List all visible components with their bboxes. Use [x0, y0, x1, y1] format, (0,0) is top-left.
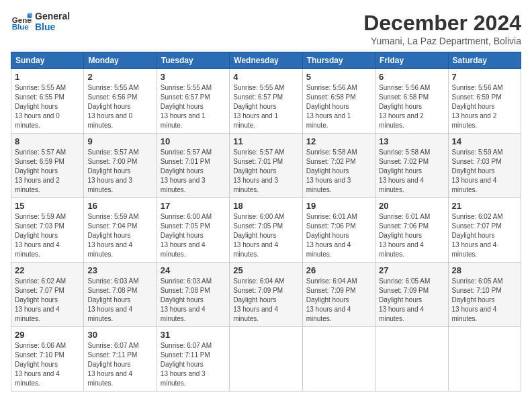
day-info: Sunrise: 5:58 AM Sunset: 7:02 PM Dayligh… — [306, 148, 371, 195]
calendar-cell: 27 Sunrise: 6:05 AM Sunset: 7:09 PM Dayl… — [375, 263, 448, 327]
calendar-cell: 18 Sunrise: 6:00 AM Sunset: 7:05 PM Dayl… — [230, 198, 302, 263]
calendar-cell: 7 Sunrise: 5:56 AM Sunset: 6:59 PM Dayli… — [448, 69, 521, 134]
day-info: Sunrise: 6:03 AM Sunset: 7:08 PM Dayligh… — [87, 277, 152, 324]
calendar-cell: 23 Sunrise: 6:03 AM Sunset: 7:08 PM Dayl… — [84, 263, 157, 327]
calendar-cell: 31 Sunrise: 6:07 AM Sunset: 7:11 PM Dayl… — [157, 327, 229, 392]
week-row-2: 8 Sunrise: 5:57 AM Sunset: 6:59 PM Dayli… — [11, 134, 521, 198]
col-header-friday: Friday — [375, 52, 448, 69]
calendar-cell: 20 Sunrise: 6:01 AM Sunset: 7:06 PM Dayl… — [375, 198, 448, 263]
day-number: 10 — [161, 136, 226, 146]
month-title: December 2024 — [363, 11, 521, 36]
day-info: Sunrise: 6:05 AM Sunset: 7:09 PM Dayligh… — [379, 277, 444, 324]
day-info: Sunrise: 6:01 AM Sunset: 7:06 PM Dayligh… — [306, 212, 371, 259]
svg-text:Blue: Blue — [12, 23, 30, 31]
day-info: Sunrise: 6:00 AM Sunset: 7:05 PM Dayligh… — [161, 212, 226, 259]
day-number: 16 — [87, 201, 152, 211]
day-info: Sunrise: 5:55 AM Sunset: 6:56 PM Dayligh… — [87, 83, 152, 130]
calendar-cell: 10 Sunrise: 5:57 AM Sunset: 7:01 PM Dayl… — [157, 134, 229, 198]
col-header-thursday: Thursday — [302, 52, 375, 69]
calendar-cell — [230, 327, 302, 392]
day-number: 4 — [233, 72, 298, 82]
day-info: Sunrise: 5:55 AM Sunset: 6:57 PM Dayligh… — [161, 83, 226, 130]
day-number: 14 — [452, 136, 517, 146]
day-info: Sunrise: 5:59 AM Sunset: 7:04 PM Dayligh… — [87, 212, 152, 259]
day-info: Sunrise: 5:57 AM Sunset: 7:01 PM Dayligh… — [161, 148, 226, 195]
day-info: Sunrise: 6:02 AM Sunset: 7:07 PM Dayligh… — [452, 212, 517, 259]
calendar-cell: 2 Sunrise: 5:55 AM Sunset: 6:56 PM Dayli… — [84, 69, 157, 134]
calendar-cell: 8 Sunrise: 5:57 AM Sunset: 6:59 PM Dayli… — [11, 134, 84, 198]
day-info: Sunrise: 5:56 AM Sunset: 6:58 PM Dayligh… — [379, 83, 444, 130]
day-info: Sunrise: 6:00 AM Sunset: 7:05 PM Dayligh… — [233, 212, 298, 259]
calendar-cell — [448, 327, 521, 392]
day-number: 3 — [161, 72, 226, 82]
day-number: 6 — [379, 72, 444, 82]
day-number: 20 — [379, 201, 444, 211]
calendar-cell: 24 Sunrise: 6:03 AM Sunset: 7:08 PM Dayl… — [157, 263, 229, 327]
day-info: Sunrise: 5:59 AM Sunset: 7:03 PM Dayligh… — [452, 148, 517, 195]
calendar-cell: 11 Sunrise: 5:57 AM Sunset: 7:01 PM Dayl… — [230, 134, 302, 198]
calendar-cell: 17 Sunrise: 6:00 AM Sunset: 7:05 PM Dayl… — [157, 198, 229, 263]
day-number: 2 — [87, 72, 152, 82]
week-row-4: 22 Sunrise: 6:02 AM Sunset: 7:07 PM Dayl… — [11, 263, 521, 327]
day-info: Sunrise: 5:56 AM Sunset: 6:59 PM Dayligh… — [452, 83, 517, 130]
logo-blue-text: Blue — [35, 21, 70, 32]
calendar-cell: 19 Sunrise: 6:01 AM Sunset: 7:06 PM Dayl… — [302, 198, 375, 263]
calendar-cell: 3 Sunrise: 5:55 AM Sunset: 6:57 PM Dayli… — [157, 69, 229, 134]
col-header-saturday: Saturday — [448, 52, 521, 69]
day-info: Sunrise: 6:06 AM Sunset: 7:10 PM Dayligh… — [15, 341, 80, 388]
calendar-cell — [375, 327, 448, 392]
day-number: 5 — [306, 72, 371, 82]
day-number: 26 — [306, 265, 371, 275]
calendar-cell: 28 Sunrise: 6:05 AM Sunset: 7:10 PM Dayl… — [448, 263, 521, 327]
day-number: 24 — [161, 265, 226, 275]
title-block: December 2024 Yumani, La Paz Department,… — [363, 11, 521, 46]
location-subtitle: Yumani, La Paz Department, Bolivia — [363, 36, 521, 46]
day-number: 12 — [306, 136, 371, 146]
calendar-cell: 12 Sunrise: 5:58 AM Sunset: 7:02 PM Dayl… — [302, 134, 375, 198]
day-number: 8 — [15, 136, 80, 146]
day-info: Sunrise: 5:57 AM Sunset: 7:01 PM Dayligh… — [233, 148, 298, 195]
day-info: Sunrise: 5:59 AM Sunset: 7:03 PM Dayligh… — [15, 212, 80, 259]
logo-icon: General Blue — [11, 11, 32, 32]
day-info: Sunrise: 6:05 AM Sunset: 7:10 PM Dayligh… — [452, 277, 517, 324]
day-number: 31 — [161, 330, 226, 340]
week-row-1: 1 Sunrise: 5:55 AM Sunset: 6:55 PM Dayli… — [11, 69, 521, 134]
day-number: 25 — [233, 265, 298, 275]
day-number: 17 — [161, 201, 226, 211]
day-info: Sunrise: 5:55 AM Sunset: 6:55 PM Dayligh… — [15, 83, 80, 130]
calendar-cell: 15 Sunrise: 5:59 AM Sunset: 7:03 PM Dayl… — [11, 198, 84, 263]
calendar-header-row: SundayMondayTuesdayWednesdayThursdayFrid… — [11, 52, 521, 69]
calendar-cell: 22 Sunrise: 6:02 AM Sunset: 7:07 PM Dayl… — [11, 263, 84, 327]
day-info: Sunrise: 5:58 AM Sunset: 7:02 PM Dayligh… — [379, 148, 444, 195]
col-header-tuesday: Tuesday — [157, 52, 229, 69]
day-number: 30 — [87, 330, 152, 340]
day-info: Sunrise: 6:03 AM Sunset: 7:08 PM Dayligh… — [161, 277, 226, 324]
calendar-cell: 25 Sunrise: 6:04 AM Sunset: 7:09 PM Dayl… — [230, 263, 302, 327]
day-number: 18 — [233, 201, 298, 211]
day-number: 27 — [379, 265, 444, 275]
logo-general-text: General — [35, 11, 70, 21]
day-info: Sunrise: 5:57 AM Sunset: 6:59 PM Dayligh… — [15, 148, 80, 195]
day-info: Sunrise: 6:04 AM Sunset: 7:09 PM Dayligh… — [306, 277, 371, 324]
calendar-cell: 6 Sunrise: 5:56 AM Sunset: 6:58 PM Dayli… — [375, 69, 448, 134]
day-info: Sunrise: 6:07 AM Sunset: 7:11 PM Dayligh… — [87, 341, 152, 388]
day-info: Sunrise: 5:57 AM Sunset: 7:00 PM Dayligh… — [87, 148, 152, 195]
calendar-cell: 16 Sunrise: 5:59 AM Sunset: 7:04 PM Dayl… — [84, 198, 157, 263]
calendar-cell: 9 Sunrise: 5:57 AM Sunset: 7:00 PM Dayli… — [84, 134, 157, 198]
day-number: 9 — [87, 136, 152, 146]
week-row-3: 15 Sunrise: 5:59 AM Sunset: 7:03 PM Dayl… — [11, 198, 521, 263]
calendar-cell: 1 Sunrise: 5:55 AM Sunset: 6:55 PM Dayli… — [11, 69, 84, 134]
day-number: 15 — [15, 201, 80, 211]
day-info: Sunrise: 6:04 AM Sunset: 7:09 PM Dayligh… — [233, 277, 298, 324]
day-info: Sunrise: 6:02 AM Sunset: 7:07 PM Dayligh… — [15, 277, 80, 324]
page-header: General Blue General Blue December 2024 … — [11, 11, 521, 46]
day-info: Sunrise: 5:55 AM Sunset: 6:57 PM Dayligh… — [233, 83, 298, 130]
week-row-5: 29 Sunrise: 6:06 AM Sunset: 7:10 PM Dayl… — [11, 327, 521, 392]
calendar-cell: 13 Sunrise: 5:58 AM Sunset: 7:02 PM Dayl… — [375, 134, 448, 198]
calendar-cell — [302, 327, 375, 392]
logo: General Blue General Blue — [11, 11, 70, 32]
day-number: 21 — [452, 201, 517, 211]
day-info: Sunrise: 5:56 AM Sunset: 6:58 PM Dayligh… — [306, 83, 371, 130]
day-number: 28 — [452, 265, 517, 275]
calendar-table: SundayMondayTuesdayWednesdayThursdayFrid… — [11, 52, 521, 392]
